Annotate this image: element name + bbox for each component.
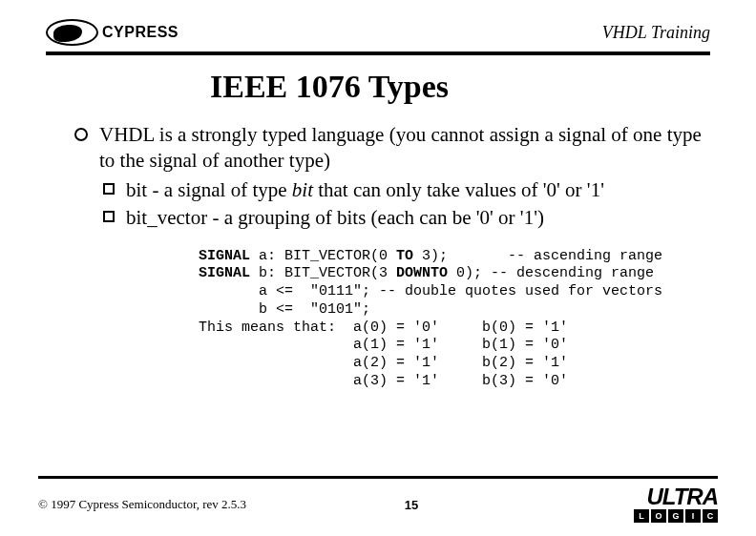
header-rule <box>46 52 710 55</box>
circle-bullet-icon <box>74 128 88 141</box>
bullet-main-text: VHDL is a strongly typed language (you c… <box>99 122 718 174</box>
sub-bullet-1-text: bit - a signal of type bit that can only… <box>126 177 604 203</box>
ultra-logo-text: ULTRA <box>646 486 718 507</box>
ultra-box: G <box>668 509 683 523</box>
sub-bullet-2: bit_vector - a grouping of bits (each ca… <box>103 205 718 231</box>
ultra-logo: ULTRA L O G I C <box>634 486 718 523</box>
ultra-box: O <box>651 509 666 523</box>
ultra-logo-boxes: L O G I C <box>634 509 718 523</box>
square-bullet-icon <box>103 211 115 222</box>
slide-footer: © 1997 Cypress Semiconductor, rev 2.5.3 … <box>38 476 718 523</box>
bullet-main: VHDL is a strongly typed language (you c… <box>74 122 718 174</box>
copyright-text: © 1997 Cypress Semiconductor, rev 2.5.3 <box>38 497 246 512</box>
footer-row: © 1997 Cypress Semiconductor, rev 2.5.3 … <box>38 486 718 523</box>
cypress-logo: CYPRESS <box>46 19 178 46</box>
ultra-box: L <box>634 509 649 523</box>
cypress-logo-icon <box>46 19 98 46</box>
header-subtitle: VHDL Training <box>602 23 710 43</box>
slide-title: IEEE 1076 Types <box>210 69 718 105</box>
code-block: SIGNAL a: BIT_VECTOR(0 TO 3); -- ascendi… <box>199 248 718 391</box>
slide-header: CYPRESS VHDL Training <box>38 19 718 52</box>
cypress-logo-text: CYPRESS <box>102 24 178 41</box>
sub-bullet-1: bit - a signal of type bit that can only… <box>103 177 718 203</box>
sub-bullet-2-text: bit_vector - a grouping of bits (each ca… <box>126 205 544 231</box>
sub-bullets: bit - a signal of type bit that can only… <box>74 177 718 231</box>
footer-rule <box>38 476 718 479</box>
ultra-box: I <box>685 509 701 523</box>
slide-content: VHDL is a strongly typed language (you c… <box>38 122 718 391</box>
ultra-box: C <box>703 509 718 523</box>
square-bullet-icon <box>103 183 115 195</box>
page-number: 15 <box>405 498 418 512</box>
